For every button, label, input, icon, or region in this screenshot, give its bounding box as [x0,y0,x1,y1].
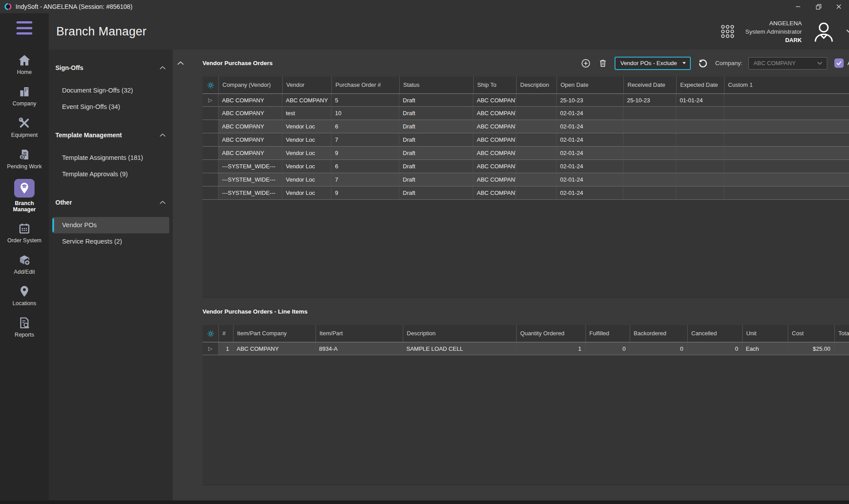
delete-record-button[interactable] [598,58,608,68]
chevron-up-icon[interactable] [160,66,166,70]
column-header[interactable]: Received Date [623,77,676,93]
column-header[interactable]: Ship To [473,77,516,93]
nav-section-other: Other Vendor POs Service Requests (2) [49,198,173,250]
vendor-purchase-orders-grid: Company (Vendor)VendorPurchase Order #St… [203,77,849,298]
nav-item-service-requests[interactable]: Service Requests (2) [52,233,169,250]
table-row[interactable]: ---SYSTEM_WIDE---Vendor Loc6DraftABC COM… [203,160,849,173]
column-header[interactable]: # [218,325,233,342]
all-checkbox[interactable] [834,58,844,68]
indysoft-logo-icon [4,3,12,11]
po-filter-dropdown[interactable]: Vendor POs - Exclude [615,57,691,70]
company-dropdown[interactable]: ABC COMPANY [748,57,827,70]
sidebar-item-add-edit[interactable]: Add/Edit [0,248,49,280]
table-cell: 9 [331,186,399,199]
column-header[interactable]: Cancelled [687,325,742,342]
table-cell [623,133,676,146]
grid-settings-icon[interactable] [203,325,218,342]
table-cell: Draft [399,107,473,120]
table-row[interactable]: ABC COMPANYVendor Loc7DraftABC COMPANY02… [203,133,849,147]
column-header[interactable]: Expected Date [676,77,724,93]
column-header[interactable]: Item/Part [315,325,403,342]
row-expander-empty [203,120,218,133]
column-header[interactable]: Vendor [282,77,331,93]
sidebar-item-pending-work[interactable]: $ Pending Work [0,143,49,174]
table-cell [724,94,849,106]
table-row[interactable]: ABC COMPANYtest10DraftABC COMPANY02-01-2… [203,107,849,120]
table-cell: 0 [687,342,742,355]
column-header[interactable]: Description [403,325,516,342]
column-header[interactable]: Unit [742,325,788,342]
grid-body: ▷1ABC COMPANY8934-ASAMPLE LOAD CELL1000E… [203,342,849,355]
user-avatar-icon[interactable] [812,21,835,42]
refresh-button[interactable] [698,58,708,68]
table-cell [724,160,849,173]
nav-item-template-approvals[interactable]: Template Approvals (9) [52,166,169,182]
table-cell [676,107,724,120]
table-row[interactable]: ▷ABC COMPANYABC COMPANY5DraftABC COMPANY… [203,93,849,107]
hamburger-menu-icon[interactable] [16,21,32,35]
sidebar-item-branch-manager[interactable]: Branch Manager [0,174,49,217]
nav-item-document-sign-offs[interactable]: Document Sign-Offs (32) [52,82,169,99]
sidebar-item-locations[interactable]: Locations [0,280,49,311]
sidebar-item-home[interactable]: Home [0,49,49,80]
column-header[interactable]: Open Date [557,77,623,93]
sidebar-item-order-system[interactable]: Order System [0,217,49,248]
column-header[interactable]: Cost [788,325,834,342]
table-row[interactable]: ▷1ABC COMPANY8934-ASAMPLE LOAD CELL1000E… [203,342,849,355]
building-icon [18,85,31,98]
chevron-up-icon[interactable] [160,201,166,204]
nav-section-header[interactable]: Template Management [49,130,173,140]
all-checkbox-label: All [847,60,849,66]
column-header[interactable]: Custom 1 [724,77,849,93]
column-header[interactable]: Company (Vendor) [218,77,282,93]
sidebar-item-reports[interactable]: Reports [0,311,49,343]
column-header[interactable]: Purchase Order # [331,77,399,93]
collapse-section-icon[interactable] [177,61,187,65]
nav-item-event-sign-offs[interactable]: Event Sign-Offs (34) [52,99,169,115]
nav-section-header[interactable]: Other [49,198,173,207]
table-cell: ABC COMPANY [218,94,282,106]
column-header[interactable]: Description [516,77,557,93]
table-cell: ---SYSTEM_WIDE--- [218,173,282,186]
row-expander-empty [203,173,218,186]
column-header[interactable]: Quantity Ordered [516,325,585,342]
table-row[interactable]: ABC COMPANYVendor Loc6DraftABC COMPANY02… [203,120,849,133]
table-cell: 02-01-24 [557,107,623,120]
restore-button[interactable] [808,0,829,13]
column-header[interactable]: Backordered [630,325,687,342]
table-cell [623,173,676,186]
add-record-button[interactable] [580,58,591,69]
table-cell [516,186,557,199]
nav-item-vendor-pos[interactable]: Vendor POs [52,217,169,233]
table-cell: ABC COMPANY [282,94,331,106]
table-cell [676,173,724,186]
nav-item-template-assignments[interactable]: Template Assignments (181) [52,150,169,166]
column-header[interactable]: Fulfilled [585,325,630,342]
table-cell: Vendor Loc [282,186,331,199]
table-cell: ABC COMPANY [218,133,282,146]
close-button[interactable] [829,0,849,13]
table-row[interactable]: ABC COMPANYVendor Loc9DraftABC COMPANY02… [203,147,849,160]
chevron-up-icon[interactable] [160,133,166,137]
app-sidebar: Home Company [0,13,49,500]
user-role: System Administrator [745,27,802,36]
column-header[interactable]: Item/Part Company [233,325,315,342]
table-cell: 02-01-24 [557,173,623,186]
table-cell: ---SYSTEM_WIDE--- [218,160,282,173]
sidebar-item-equipment[interactable]: Equipment [0,112,49,143]
apps-grid-icon[interactable] [720,24,735,39]
grid-settings-icon[interactable] [203,77,218,93]
user-menu-chevron-icon[interactable] [846,29,849,34]
table-row[interactable]: ---SYSTEM_WIDE---Vendor Loc7DraftABC COM… [203,173,849,186]
sidebar-item-company[interactable]: Company [0,80,49,112]
column-header[interactable]: Total [834,325,849,342]
row-expander-icon[interactable]: ▷ [203,94,218,106]
row-expander-icon[interactable]: ▷ [203,342,218,355]
nav-section-header[interactable]: Sign-Offs [49,63,173,73]
minimize-button[interactable] [788,0,808,13]
table-cell [724,133,849,146]
table-cell: ABC COMPANY [473,173,516,186]
table-row[interactable]: ---SYSTEM_WIDE---Vendor Loc9DraftABC COM… [203,186,849,200]
column-header[interactable]: Status [399,77,473,93]
table-cell: Vendor Loc [282,173,331,186]
